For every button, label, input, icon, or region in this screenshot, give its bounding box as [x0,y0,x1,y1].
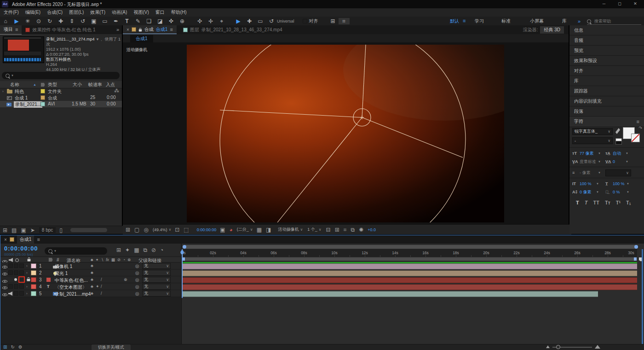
item-name[interactable]: 合成 1 [15,95,28,101]
navigator-start-handle[interactable] [183,245,186,249]
solo-column-icon[interactable] [15,258,19,262]
help-search[interactable] [587,18,641,25]
camera-widget-frame-icon[interactable]: ▭ [255,18,266,24]
eye-toggle[interactable] [2,266,7,268]
stroke-width-dropdown-icon[interactable]: ▼ [598,171,601,174]
hide-shy-layers-icon[interactable]: ▦ [134,247,139,253]
tab-project[interactable]: 项目 [4,26,13,33]
snap-checkbox[interactable] [303,19,307,23]
mask-toggle-icon[interactable]: ◨ [266,227,271,233]
item-name[interactable]: 录制_2021... [14,101,42,108]
world-axis-mode-icon[interactable]: ✢ [205,18,216,24]
view-count-value[interactable]: 1 个_ [307,227,317,233]
parent-select[interactable]: 无∨ [142,263,171,269]
col-in[interactable]: 入点 [106,82,115,88]
maximize-button[interactable]: ◻ [613,1,627,6]
panel-tab-audio[interactable]: 音频 [569,35,644,46]
vertical-scrollbar[interactable] [642,249,643,346]
clone-stamp-tool-icon[interactable]: ❏ [144,18,155,24]
layer-row[interactable]: › 1 摄像机 1 ♣ ◎ 无∨ [0,262,181,269]
small-caps-button[interactable]: Tᴛ [605,200,610,205]
stroke-style-select[interactable]: ∨ [605,169,631,176]
parent-pickwhip-icon[interactable]: ◎ [135,263,139,268]
renderer-value[interactable]: 经典 3D [540,26,564,34]
viewer-panel-menu-icon[interactable]: ≡ [170,27,172,32]
lock-toggle[interactable] [19,284,24,289]
time-ruler[interactable]: 0s 02s 04s 06s 08s 10s 12s 14s 16s 18s 2… [182,249,637,257]
tab-close-icon[interactable]: × [126,27,129,32]
expander-icon[interactable]: › [26,285,28,289]
footage-dropdown-icon[interactable]: ▼ [96,37,99,41]
sort-ascending-icon[interactable]: ▲ [33,83,36,86]
layer-color-swatch[interactable] [31,291,36,296]
shy-switch[interactable]: ♣ [91,284,93,289]
table-row[interactable]: 合成 1 合成 25 0:00 [0,94,122,101]
tab-effect-controls[interactable]: 效果控件 中等灰色-红色 纯色 1 [32,27,95,33]
trash-icon[interactable]: ▯ [59,228,63,233]
viewer-pasteboard[interactable]: 活动摄像机 [123,42,569,224]
zoom-tool-icon[interactable]: ⊙ [33,18,44,24]
audio-column-icon[interactable] [9,258,13,262]
layer-name[interactable]: 录制_2021....mp4 [55,291,91,298]
timeline-tab-comp[interactable]: 合成1 [17,235,34,244]
kerning-dropdown-icon[interactable]: ▼ [598,160,601,163]
close-button[interactable]: ✕ [628,1,642,6]
solo-toggle[interactable] [14,263,18,268]
effects-switch[interactable]: ⊕ [124,277,127,282]
parent-pickwhip-icon[interactable]: ◎ [135,277,139,282]
eye-toggle[interactable] [2,280,7,283]
item-name[interactable]: 纯色 [15,88,24,95]
fill-stroke-wells[interactable]: ↷ [623,127,641,144]
shy-switch[interactable]: ♣ [91,277,93,282]
track-area[interactable]: 0s 02s 04s 06s 08s 10s 12s 14s 16s 18s 2… [181,244,644,344]
audio-toggle[interactable] [8,270,13,275]
hand-tool-icon[interactable]: ✳ [22,18,33,24]
shape-tool-icon[interactable]: ▭ [99,18,110,24]
help-search-input[interactable] [593,18,637,24]
horizontal-scale-value[interactable]: 100 % [613,181,627,186]
frame-blending-icon[interactable]: ⧉ [143,247,147,253]
project-search[interactable]: ▼ [2,72,120,79]
workspace-tab-small-screen[interactable]: 小屏幕 [530,18,544,24]
brush-tool-icon[interactable]: ✎ [132,18,144,24]
font-size-value[interactable]: 77 像素 [580,151,598,157]
lock-column-icon[interactable] [27,259,30,261]
subscript-button[interactable]: T₁ [626,200,631,205]
3d-view-value[interactable]: 活动摄像机 [278,227,299,233]
current-time-display[interactable]: 0:00:00:00 [4,245,38,252]
parent-pickwhip-icon[interactable]: ◎ [135,270,139,275]
layer-color-swatch[interactable] [31,277,36,282]
puppet-pin-tool-icon[interactable]: ⊕ [177,18,188,24]
type-tool-icon[interactable]: T [121,18,132,24]
col-name[interactable]: 名称 [10,82,19,88]
viewer-timecode[interactable]: 0:00:00:00 [197,228,217,232]
project-panel-menu-icon[interactable]: ≡ [15,27,18,32]
col-fps[interactable]: 帧速率 [88,82,102,88]
menu-help[interactable]: 帮助(H) [171,9,187,16]
camera-tool-icon[interactable]: ▣ [88,18,99,24]
shy-switch[interactable]: ♣ [91,291,93,296]
panel-tab-align[interactable]: 对齐 [569,66,644,76]
eye-toggle[interactable] [2,293,7,296]
all-caps-button[interactable]: TT [593,200,599,205]
stroke-width-value[interactable]: - 像素 [580,170,598,176]
menu-effect[interactable]: 效果(T) [90,9,105,16]
flowchart-button-icon[interactable]: ⧉ [351,227,355,233]
expander-icon[interactable]: › [26,292,28,296]
font-family-select[interactable]: 锐字真言体_∨ [572,128,613,135]
lock-toggle[interactable] [19,291,24,296]
layer-duration-bar[interactable] [182,277,637,283]
project-tab-overflow-icon[interactable]: » [116,27,119,32]
workspace-menu-icon[interactable]: ≡ [463,18,466,23]
composition-mini-flowchart-icon[interactable]: ⊞ [116,247,121,253]
vertical-scale-value[interactable]: 100 % [580,181,596,186]
snapshot-icon[interactable]: ▣ [220,227,225,233]
panel-tab-content-aware-fill[interactable]: 内容识别填充 [569,96,644,106]
region-of-interest-icon[interactable]: ⬚ [184,227,189,233]
baseline-shift-value[interactable]: 0 像素 [580,189,596,195]
zoom-slider-knob[interactable] [556,345,560,349]
menu-view[interactable]: 视图(V) [133,9,149,16]
bit-depth-button[interactable]: 8 bpc [39,227,56,233]
tsume-value[interactable]: 0 % [613,190,627,194]
proxy-icon[interactable]: ➤ [30,228,35,233]
